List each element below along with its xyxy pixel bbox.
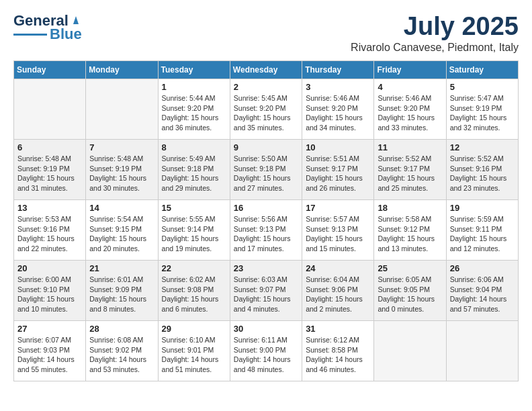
calendar-cell — [14, 79, 86, 140]
logo-blue: Blue — [50, 27, 82, 42]
calendar-cell: 11Sunrise: 5:52 AMSunset: 9:17 PMDayligh… — [374, 140, 446, 200]
day-number: 16 — [234, 203, 298, 213]
calendar-cell: 26Sunrise: 6:06 AMSunset: 9:04 PMDayligh… — [446, 261, 518, 321]
cell-sun-info: Sunrise: 6:05 AMSunset: 9:05 PMDaylight:… — [378, 275, 442, 314]
weekday-header: Tuesday — [158, 61, 230, 79]
logo: General Blue — [13, 13, 82, 42]
day-number: 2 — [234, 82, 298, 92]
day-number: 10 — [306, 142, 370, 152]
weekday-header: Wednesday — [230, 61, 302, 79]
cell-sun-info: Sunrise: 5:45 AMSunset: 9:20 PMDaylight:… — [234, 93, 298, 133]
calendar-week-row: 20Sunrise: 6:00 AMSunset: 9:10 PMDayligh… — [14, 261, 519, 321]
cell-sun-info: Sunrise: 6:08 AMSunset: 9:02 PMDaylight:… — [89, 335, 154, 375]
calendar-cell: 20Sunrise: 6:00 AMSunset: 9:10 PMDayligh… — [14, 261, 86, 321]
calendar-cell: 5Sunrise: 5:47 AMSunset: 9:19 PMDaylight… — [446, 79, 518, 140]
day-number: 7 — [89, 142, 154, 152]
calendar-week-row: 6Sunrise: 5:48 AMSunset: 9:19 PMDaylight… — [14, 140, 519, 200]
cell-sun-info: Sunrise: 5:50 AMSunset: 9:18 PMDaylight:… — [234, 154, 298, 193]
calendar-cell: 9Sunrise: 5:50 AMSunset: 9:18 PMDaylight… — [230, 140, 302, 200]
cell-sun-info: Sunrise: 6:02 AMSunset: 9:08 PMDaylight:… — [162, 275, 226, 314]
day-number: 9 — [234, 142, 298, 152]
cell-sun-info: Sunrise: 6:03 AMSunset: 9:07 PMDaylight:… — [234, 275, 298, 314]
calendar-cell: 1Sunrise: 5:44 AMSunset: 9:20 PMDaylight… — [158, 79, 230, 140]
cell-sun-info: Sunrise: 5:54 AMSunset: 9:15 PMDaylight:… — [89, 214, 154, 254]
weekday-header: Thursday — [302, 61, 374, 79]
calendar-cell: 29Sunrise: 6:10 AMSunset: 9:01 PMDayligh… — [158, 321, 230, 381]
cell-sun-info: Sunrise: 5:46 AMSunset: 9:20 PMDaylight:… — [378, 93, 442, 133]
calendar-cell: 27Sunrise: 6:07 AMSunset: 9:03 PMDayligh… — [14, 321, 86, 381]
cell-sun-info: Sunrise: 6:06 AMSunset: 9:04 PMDaylight:… — [450, 275, 515, 314]
calendar-table: SundayMondayTuesdayWednesdayThursdayFrid… — [13, 60, 519, 381]
day-number: 11 — [378, 142, 442, 152]
cell-sun-info: Sunrise: 6:10 AMSunset: 9:01 PMDaylight:… — [162, 335, 226, 375]
location-title: Rivarolo Canavese, Piedmont, Italy — [351, 42, 519, 54]
day-number: 29 — [162, 324, 226, 334]
cell-sun-info: Sunrise: 5:53 AMSunset: 9:16 PMDaylight:… — [17, 214, 82, 254]
calendar-cell: 12Sunrise: 5:52 AMSunset: 9:16 PMDayligh… — [446, 140, 518, 200]
cell-sun-info: Sunrise: 5:47 AMSunset: 9:19 PMDaylight:… — [450, 93, 515, 133]
cell-sun-info: Sunrise: 6:00 AMSunset: 9:10 PMDaylight:… — [17, 275, 82, 314]
page-header: General Blue July 2025 Rivarolo Canavese… — [13, 13, 519, 54]
calendar-week-row: 1Sunrise: 5:44 AMSunset: 9:20 PMDaylight… — [14, 79, 519, 140]
day-number: 12 — [450, 142, 515, 152]
cell-sun-info: Sunrise: 6:04 AMSunset: 9:06 PMDaylight:… — [306, 275, 370, 314]
cell-sun-info: Sunrise: 5:52 AMSunset: 9:17 PMDaylight:… — [378, 154, 442, 193]
calendar-cell: 25Sunrise: 6:05 AMSunset: 9:05 PMDayligh… — [374, 261, 446, 321]
day-number: 26 — [450, 263, 515, 273]
calendar-cell: 18Sunrise: 5:58 AMSunset: 9:12 PMDayligh… — [374, 200, 446, 261]
weekday-header: Sunday — [14, 61, 86, 79]
calendar-week-row: 27Sunrise: 6:07 AMSunset: 9:03 PMDayligh… — [14, 321, 519, 381]
calendar-cell: 14Sunrise: 5:54 AMSunset: 9:15 PMDayligh… — [86, 200, 158, 261]
calendar-cell: 10Sunrise: 5:51 AMSunset: 9:17 PMDayligh… — [302, 140, 374, 200]
day-number: 21 — [89, 263, 154, 273]
calendar-cell: 28Sunrise: 6:08 AMSunset: 9:02 PMDayligh… — [86, 321, 158, 381]
day-number: 22 — [162, 263, 226, 273]
cell-sun-info: Sunrise: 5:48 AMSunset: 9:19 PMDaylight:… — [17, 154, 82, 193]
cell-sun-info: Sunrise: 6:11 AMSunset: 9:00 PMDaylight:… — [234, 335, 298, 375]
cell-sun-info: Sunrise: 5:51 AMSunset: 9:17 PMDaylight:… — [306, 154, 370, 193]
day-number: 14 — [89, 203, 154, 213]
calendar-cell: 2Sunrise: 5:45 AMSunset: 9:20 PMDaylight… — [230, 79, 302, 140]
title-block: July 2025 Rivarolo Canavese, Piedmont, I… — [351, 13, 519, 54]
day-number: 19 — [450, 203, 515, 213]
cell-sun-info: Sunrise: 5:48 AMSunset: 9:19 PMDaylight:… — [89, 154, 154, 193]
calendar-cell: 4Sunrise: 5:46 AMSunset: 9:20 PMDaylight… — [374, 79, 446, 140]
day-number: 8 — [162, 142, 226, 152]
svg-marker-0 — [73, 16, 79, 24]
calendar-cell: 8Sunrise: 5:49 AMSunset: 9:18 PMDaylight… — [158, 140, 230, 200]
calendar-cell: 30Sunrise: 6:11 AMSunset: 9:00 PMDayligh… — [230, 321, 302, 381]
cell-sun-info: Sunrise: 5:57 AMSunset: 9:13 PMDaylight:… — [306, 214, 370, 254]
cell-sun-info: Sunrise: 5:49 AMSunset: 9:18 PMDaylight:… — [162, 154, 226, 193]
cell-sun-info: Sunrise: 5:58 AMSunset: 9:12 PMDaylight:… — [378, 214, 442, 254]
calendar-cell: 7Sunrise: 5:48 AMSunset: 9:19 PMDaylight… — [86, 140, 158, 200]
day-number: 30 — [234, 324, 298, 334]
month-title: July 2025 — [351, 13, 519, 39]
day-number: 17 — [306, 203, 370, 213]
day-number: 4 — [378, 82, 442, 92]
day-number: 6 — [17, 142, 82, 152]
calendar-cell: 6Sunrise: 5:48 AMSunset: 9:19 PMDaylight… — [14, 140, 86, 200]
calendar-cell: 15Sunrise: 5:55 AMSunset: 9:14 PMDayligh… — [158, 200, 230, 261]
calendar-cell: 31Sunrise: 6:12 AMSunset: 8:58 PMDayligh… — [302, 321, 374, 381]
weekday-header: Saturday — [446, 61, 518, 79]
calendar-cell: 21Sunrise: 6:01 AMSunset: 9:09 PMDayligh… — [86, 261, 158, 321]
cell-sun-info: Sunrise: 6:01 AMSunset: 9:09 PMDaylight:… — [89, 275, 154, 314]
cell-sun-info: Sunrise: 5:55 AMSunset: 9:14 PMDaylight:… — [162, 214, 226, 254]
calendar-cell: 3Sunrise: 5:46 AMSunset: 9:20 PMDaylight… — [302, 79, 374, 140]
cell-sun-info: Sunrise: 5:44 AMSunset: 9:20 PMDaylight:… — [162, 93, 226, 133]
day-number: 3 — [306, 82, 370, 92]
cell-sun-info: Sunrise: 5:52 AMSunset: 9:16 PMDaylight:… — [450, 154, 515, 193]
calendar-cell: 24Sunrise: 6:04 AMSunset: 9:06 PMDayligh… — [302, 261, 374, 321]
day-number: 5 — [450, 82, 515, 92]
day-number: 15 — [162, 203, 226, 213]
calendar-cell — [86, 79, 158, 140]
day-number: 20 — [17, 263, 82, 273]
calendar-cell: 13Sunrise: 5:53 AMSunset: 9:16 PMDayligh… — [14, 200, 86, 261]
logo-triangle-icon — [70, 13, 82, 26]
calendar-cell: 17Sunrise: 5:57 AMSunset: 9:13 PMDayligh… — [302, 200, 374, 261]
day-number: 13 — [17, 203, 82, 213]
day-number: 27 — [17, 324, 82, 334]
day-number: 23 — [234, 263, 298, 273]
cell-sun-info: Sunrise: 6:07 AMSunset: 9:03 PMDaylight:… — [17, 335, 82, 375]
calendar-cell — [446, 321, 518, 381]
